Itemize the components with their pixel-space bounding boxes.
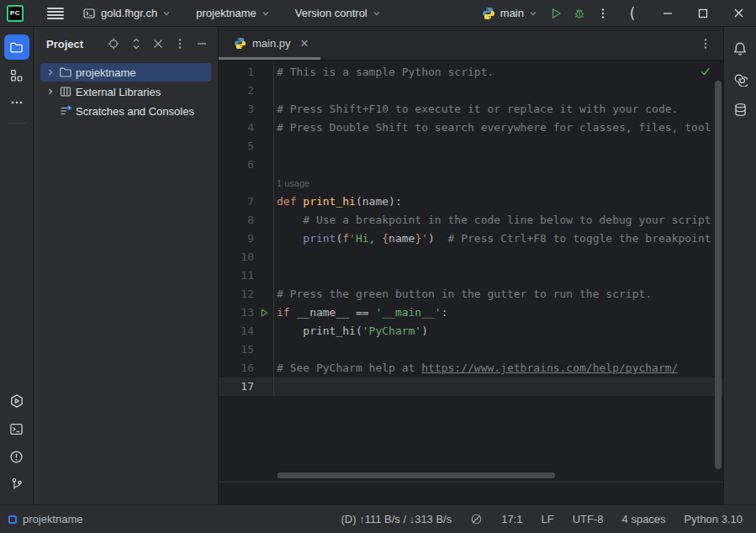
- collapse-all-icon[interactable]: [152, 38, 164, 50]
- notifications-icon[interactable]: [727, 36, 753, 61]
- statusbar-project-name: projektname: [23, 513, 83, 525]
- chevron-down-icon: [262, 9, 270, 18]
- gutter-slot: [254, 377, 274, 396]
- more-tool-windows-icon[interactable]: [4, 90, 29, 115]
- horizontal-scrollbar[interactable]: [278, 472, 555, 478]
- right-tool-strip: [723, 27, 756, 504]
- close-button[interactable]: [721, 0, 756, 27]
- code-line-7[interactable]: 7def print_hi(name):: [219, 193, 723, 211]
- code-line-9[interactable]: 9 print(f'Hi, {name}') # Press Ctrl+F8 t…: [219, 230, 723, 248]
- gutter-slot: [254, 82, 274, 100]
- gutter-slot: [254, 63, 274, 82]
- python-logo-icon: [482, 7, 495, 20]
- line-number: 7: [219, 193, 254, 211]
- database-icon[interactable]: [727, 97, 753, 122]
- code-line-1[interactable]: 1# This is a sample Python script.: [219, 63, 723, 82]
- project-panel-title: Project: [46, 38, 83, 50]
- gutter-slot: [254, 285, 274, 303]
- project-folder-icon[interactable]: [4, 34, 29, 60]
- tab-close-icon[interactable]: ✕: [297, 37, 309, 50]
- services-icon[interactable]: [4, 388, 29, 414]
- problems-icon[interactable]: [4, 444, 29, 469]
- remote-host-button[interactable]: gold.fhgr.ch: [76, 3, 177, 24]
- strip-divider: [8, 123, 25, 124]
- run-line-gutter-icon[interactable]: [254, 303, 274, 322]
- more-options-icon[interactable]: [174, 38, 186, 50]
- highlighting-off-icon[interactable]: [470, 513, 483, 525]
- code-line-10[interactable]: 10: [219, 248, 723, 266]
- encoding-widget[interactable]: UTF-8: [573, 513, 604, 525]
- network-stats: (D) ↑111 B/s / ↓313 B/s: [341, 513, 452, 525]
- tree-item-projektname[interactable]: projektname: [40, 63, 211, 82]
- line-number: 12: [219, 285, 254, 303]
- terminal-icon[interactable]: [4, 416, 29, 441]
- ai-assistant-icon[interactable]: [727, 66, 753, 92]
- indent-widget[interactable]: 4 spaces: [622, 513, 666, 525]
- debug-button[interactable]: [568, 2, 591, 25]
- line-number: 10: [219, 248, 254, 266]
- code-line-15[interactable]: 15: [219, 340, 723, 359]
- project-selector-button[interactable]: projektname: [189, 3, 277, 23]
- gutter-slot: [254, 230, 274, 248]
- code-line-11[interactable]: 11: [219, 266, 723, 285]
- code-line-4[interactable]: 4# Press Double Shift to search everywhe…: [219, 119, 723, 137]
- chevron-right-icon[interactable]: [43, 68, 57, 77]
- title-bar: PC gold.fhgr.ch projektname Version cont…: [0, 0, 756, 27]
- line-number: 11: [219, 266, 254, 285]
- code-line-8[interactable]: 8 # Use a breakpoint in the code line be…: [219, 211, 723, 230]
- code-line-13[interactable]: 13if __name__ == '__main__':: [219, 303, 723, 322]
- chevron-right-icon[interactable]: [43, 87, 57, 96]
- vertical-scrollbar[interactable]: [715, 81, 722, 469]
- code-line-5[interactable]: 5: [219, 137, 723, 156]
- folder-icon: [57, 66, 74, 79]
- left-tool-strip: [0, 27, 34, 504]
- main-menu-burger-icon[interactable]: [47, 8, 64, 19]
- maximize-button[interactable]: [685, 0, 721, 27]
- more-actions-icon[interactable]: [591, 2, 615, 25]
- expand-collapse-icon[interactable]: [130, 37, 142, 50]
- scratches-icon: [57, 104, 74, 118]
- tab-main-py[interactable]: main.py ✕: [219, 27, 320, 60]
- gutter-slot: [254, 266, 274, 285]
- code-editor[interactable]: 1# This is a sample Python script.23# Pr…: [219, 61, 723, 504]
- interpreter-widget[interactable]: Python 3.10: [685, 513, 743, 525]
- gutter-slot: [254, 340, 274, 359]
- inspections-ok-check-icon[interactable]: [700, 66, 711, 77]
- line-number: 5: [219, 137, 254, 156]
- line-number: 13: [219, 303, 254, 322]
- python-file-icon: [234, 37, 246, 50]
- line-separator-widget[interactable]: LF: [542, 513, 554, 525]
- project-tool-window: Project projektnameExternal Libr: [34, 27, 219, 504]
- editor-tab-bar: main.py ✕: [219, 27, 723, 61]
- library-icon: [57, 85, 74, 98]
- code-line-6[interactable]: 6: [219, 156, 723, 174]
- editor-bottom-divider: [219, 482, 723, 483]
- line-number: 2: [219, 82, 254, 100]
- caret-position-widget[interactable]: 17:1: [501, 513, 522, 525]
- line-number: 4: [219, 119, 254, 137]
- locate-file-icon[interactable]: [107, 37, 120, 50]
- code-line-3[interactable]: 3# Press Shift+F10 to execute it or repl…: [219, 100, 723, 119]
- code-line-14[interactable]: 14 print_hi('PyCharm'): [219, 322, 723, 340]
- tree-item-external-libraries[interactable]: External Libraries: [40, 82, 211, 101]
- code-line-2[interactable]: 2: [219, 82, 723, 100]
- tree-item-scratches-and-consoles[interactable]: Scratches and Consoles: [40, 102, 211, 120]
- gutter-slot: [254, 156, 274, 174]
- minimize-button[interactable]: [650, 0, 685, 27]
- run-configuration-selector[interactable]: main: [475, 3, 544, 24]
- gutter-slot: [254, 322, 274, 340]
- code-line-12[interactable]: 12# Press the green button in the gutter…: [219, 285, 723, 303]
- usages-inlay-hint[interactable]: 1 usage: [274, 174, 309, 193]
- run-button[interactable]: [544, 2, 568, 25]
- crescent-icon[interactable]: (: [615, 0, 650, 27]
- structure-icon[interactable]: [4, 62, 29, 87]
- code-line-17[interactable]: 17: [219, 377, 723, 396]
- version-control-icon[interactable]: [4, 472, 29, 497]
- hide-panel-icon[interactable]: [196, 38, 208, 50]
- code-line-16[interactable]: 16# See PyCharm help at https://www.jetb…: [219, 359, 723, 377]
- tab-bar-more-icon[interactable]: [700, 38, 723, 50]
- status-bar: projektname (D) ↑111 B/s / ↓313 B/s 17:1…: [0, 504, 756, 533]
- version-control-button[interactable]: Version control: [288, 3, 388, 23]
- pycharm-logo-icon: PC: [7, 5, 24, 22]
- left-strip-bottom: [4, 386, 29, 499]
